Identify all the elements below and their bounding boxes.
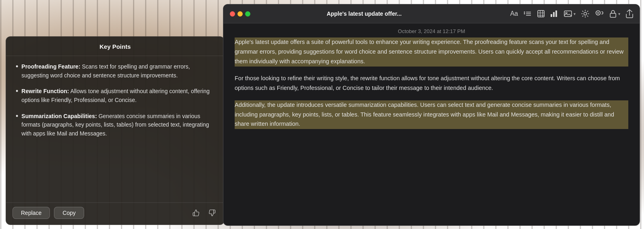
share-button[interactable] — [626, 9, 633, 18]
image-icon — [564, 10, 572, 17]
bullet-text-2: Rewrite Function: Allows tone adjustment… — [21, 87, 215, 104]
settings-button[interactable] — [581, 10, 589, 18]
svg-point-1 — [524, 13, 525, 15]
bullet-text-3: Summarization Capabilities: Generates co… — [21, 112, 215, 138]
bullet-item-rewrite: • Rewrite Function: Allows tone adjustme… — [16, 87, 215, 104]
copy-button[interactable]: Copy — [54, 207, 84, 219]
list-format-button[interactable] — [524, 10, 532, 17]
svg-rect-10 — [551, 14, 552, 17]
titlebar: Apple's latest update offer... Aa — [223, 4, 640, 23]
share-icon — [626, 9, 633, 18]
svg-rect-13 — [564, 11, 572, 17]
key-points-panel: Key Points • Proofreading Feature: Scans… — [6, 36, 225, 225]
panel-title: Key Points — [6, 37, 224, 56]
lock-icon — [609, 10, 617, 18]
bullet-item-summarization: • Summarization Capabilities: Generates … — [16, 112, 215, 138]
svg-point-16 — [596, 11, 601, 15]
window-title: Apple's latest update offer... — [223, 10, 505, 17]
bullet-label-3: Summarization Capabilities: — [21, 113, 97, 119]
panel-footer: Replace Copy — [6, 202, 224, 225]
paragraph-2: For those looking to refine their writin… — [235, 74, 628, 93]
gear-icon — [581, 10, 589, 18]
svg-point-17 — [597, 12, 599, 14]
table-icon — [537, 10, 545, 17]
svg-rect-18 — [610, 13, 616, 17]
thumbs-down-button[interactable] — [206, 207, 218, 219]
bullet-label-1: Proofreading Feature: — [21, 63, 80, 70]
font-size-button[interactable]: Aa — [510, 10, 518, 17]
bullet-text-1: Proofreading Feature: Scans text for spe… — [21, 62, 215, 80]
image-chevron: ▾ — [574, 12, 576, 16]
svg-rect-11 — [553, 12, 555, 17]
panel-content: • Proofreading Feature: Scans text for s… — [6, 56, 224, 202]
thumbs-down-icon — [208, 209, 216, 217]
svg-point-0 — [524, 12, 525, 13]
image-button[interactable]: ▾ — [564, 10, 576, 17]
bullet-dot-1: • — [16, 62, 18, 71]
thumbs-up-button[interactable] — [190, 207, 202, 219]
paragraph-3: Additionally, the update introduces vers… — [235, 100, 628, 129]
svg-point-15 — [584, 12, 587, 15]
bullet-label-2: Rewrite Function: — [21, 88, 69, 94]
chart-button[interactable] — [550, 10, 558, 17]
bullet-dot-3: • — [16, 112, 18, 121]
footer-buttons: Replace Copy — [12, 207, 84, 219]
chart-icon — [550, 10, 558, 17]
replace-button[interactable]: Replace — [12, 207, 50, 219]
list-icon — [524, 10, 532, 17]
document-date: October 3, 2024 at 12:17 PM — [223, 23, 640, 37]
svg-rect-12 — [555, 10, 557, 17]
toolbar-icons: Aa — [510, 9, 633, 18]
document-window: Apple's latest update offer... Aa — [223, 4, 640, 226]
paragraph-1: Apple's latest update offers a suite of … — [235, 37, 628, 67]
lock-button[interactable]: ▾ — [609, 10, 620, 18]
collaborate-button[interactable] — [595, 10, 604, 18]
bullet-dot-2: • — [16, 87, 18, 96]
bullet-item-proofreading: • Proofreading Feature: Scans text for s… — [16, 62, 215, 80]
lock-chevron: ▾ — [618, 12, 620, 16]
collaborate-icon — [595, 10, 604, 18]
table-button[interactable] — [537, 10, 545, 17]
document-content[interactable]: Apple's latest update offers a suite of … — [223, 37, 640, 225]
thumbs-up-icon — [192, 209, 200, 217]
svg-rect-5 — [538, 10, 544, 17]
footer-icons — [190, 207, 218, 219]
